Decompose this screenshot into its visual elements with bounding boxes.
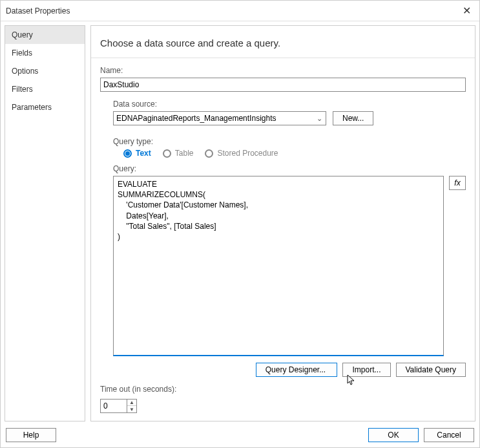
sidebar-item-filters[interactable]: Filters <box>5 80 85 98</box>
name-label: Name: <box>100 66 466 75</box>
cancel-button[interactable]: Cancel <box>424 428 474 442</box>
ok-button[interactable]: OK <box>368 428 419 442</box>
radio-icon <box>163 149 171 158</box>
new-button[interactable]: New... <box>333 111 373 125</box>
sidebar-item-label: Options <box>12 67 38 76</box>
radio-label: Text <box>136 149 151 158</box>
radio-label: Table <box>175 149 194 158</box>
content-area: Query Fields Options Filters Parameters … <box>1 21 479 424</box>
query-label: Query: <box>113 164 466 173</box>
sidebar-item-options[interactable]: Options <box>5 62 85 80</box>
main-body: Name: Data source: EDNAPaginatedReports_… <box>91 58 475 421</box>
fx-button[interactable]: fx <box>449 176 466 190</box>
datasource-label: Data source: <box>113 100 466 109</box>
timeout-label: Time out (in seconds): <box>100 385 466 394</box>
query-textarea[interactable] <box>114 176 443 355</box>
timeout-spinner: ▲ ▼ <box>100 399 466 413</box>
sidebar-item-label: Filters <box>12 85 33 94</box>
sidebar-item-parameters[interactable]: Parameters <box>5 98 85 116</box>
main-panel: Choose a data source and create a query.… <box>90 25 475 421</box>
name-input[interactable] <box>100 78 466 92</box>
radio-icon <box>205 149 213 158</box>
footer: Help OK Cancel <box>1 424 479 447</box>
sidebar-item-fields[interactable]: Fields <box>5 44 85 62</box>
help-button[interactable]: Help <box>6 428 56 442</box>
window-title: Dataset Properties <box>6 6 70 16</box>
sidebar-item-query[interactable]: Query <box>5 26 85 44</box>
radio-label: Stored Procedure <box>217 149 278 158</box>
query-designer-button[interactable]: Query Designer... <box>256 363 338 377</box>
sidebar-item-label: Query <box>12 30 33 39</box>
titlebar: Dataset Properties ✕ <box>1 1 479 21</box>
radio-text[interactable]: Text <box>123 149 151 158</box>
querytype-options: Text Table Stored Procedure <box>123 149 454 158</box>
datasource-select[interactable]: EDNAPaginatedReports_ManagementInsights <box>113 111 326 125</box>
spinner-up-icon[interactable]: ▲ <box>127 400 136 406</box>
radio-table[interactable]: Table <box>163 149 194 158</box>
button-label: Query Designer... <box>266 365 326 374</box>
datasource-select-wrap: EDNAPaginatedReports_ManagementInsights … <box>113 111 326 125</box>
querytype-label: Query type: <box>113 137 466 146</box>
close-icon[interactable]: ✕ <box>459 3 474 19</box>
spinner-down-icon[interactable]: ▼ <box>127 406 136 412</box>
validate-query-button[interactable]: Validate Query <box>396 363 466 377</box>
sidebar-item-label: Parameters <box>12 103 52 112</box>
timeout-input[interactable] <box>100 399 127 413</box>
main-header: Choose a data source and create a query. <box>91 26 475 58</box>
sidebar-item-label: Fields <box>12 48 32 58</box>
fx-icon: fx <box>454 178 460 187</box>
radio-storedproc[interactable]: Stored Procedure <box>205 149 278 158</box>
radio-icon <box>123 149 132 158</box>
sidebar: Query Fields Options Filters Parameters <box>5 25 85 421</box>
